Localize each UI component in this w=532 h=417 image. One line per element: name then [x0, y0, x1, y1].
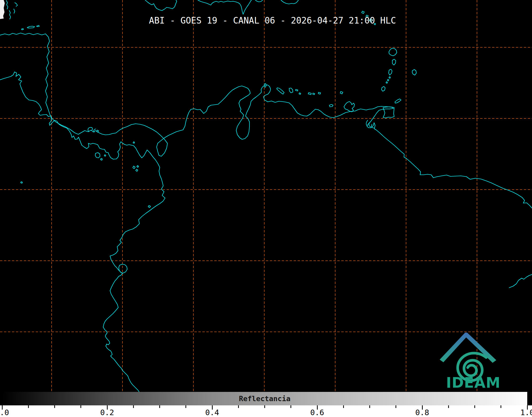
coastline-path [386, 82, 388, 83]
colorbar-minor-tick [395, 405, 396, 408]
colorbar-minor-tick [290, 405, 291, 408]
coastline-path [27, 26, 35, 28]
coastlines [0, 0, 532, 392]
coastline-path [277, 88, 284, 94]
coastline-path [0, 33, 532, 208]
coastline-path [136, 169, 138, 171]
colorbar: Reflectancia [2, 392, 527, 405]
coastline-path [329, 104, 333, 107]
colorbar-tick-label: 0.4 [205, 408, 219, 417]
coastline-path [289, 88, 293, 93]
coastline-path [21, 182, 22, 183]
colorbar-minor-tick [80, 405, 81, 408]
colorbar-minor-tick [238, 405, 239, 408]
coastline-path [318, 92, 321, 94]
coastline-path [299, 93, 301, 94]
coastline-path [198, 0, 252, 14]
coastline-path [101, 158, 102, 160]
coastline-path [313, 93, 315, 95]
cloud-patch [0, 0, 5, 19]
coastline-path [6, 1, 8, 9]
coastline-path [137, 166, 139, 167]
colorbar-tick-label: 0.8 [415, 408, 429, 417]
coastline-path [37, 25, 39, 27]
colorbar-axis: 0.00.20.40.60.81.0 [0, 405, 532, 417]
coastline-path [119, 264, 127, 273]
coastline-path [387, 79, 389, 81]
ideam-logo: IDEAM [440, 333, 501, 391]
colorbar-minor-tick [474, 405, 475, 408]
colorbar-minor-tick [501, 405, 501, 408]
latlon-grid [0, 0, 532, 392]
satellite-image-product: IDEAM ABI - GOES 19 - CANAL 06 - 2026-04… [0, 0, 532, 417]
map-area: IDEAM ABI - GOES 19 - CANAL 06 - 2026-04… [0, 0, 532, 392]
colorbar-tick-label: 1.0 [520, 408, 532, 417]
map-svg: IDEAM [0, 0, 532, 392]
colorbar-minor-tick [54, 405, 55, 408]
coastline-path [281, 0, 298, 4]
coastline-path [389, 48, 397, 56]
coastline-path [133, 166, 135, 169]
coastline-path [14, 9, 15, 13]
logo-roof-icon [440, 333, 496, 363]
coastline-path [509, 274, 532, 288]
colorbar-label: Reflectancia [239, 394, 290, 402]
colorbar-minor-tick [448, 405, 449, 408]
colorbar-minor-tick [369, 405, 370, 408]
colorbar-minor-tick [28, 405, 29, 408]
colorbar-tick-label: 0.0 [0, 408, 9, 417]
coastline-path [369, 122, 371, 127]
coastline-path [0, 72, 165, 392]
coastline-path [344, 102, 354, 112]
coastline-path [392, 59, 396, 65]
colorbar-tick-label: 0.6 [310, 408, 324, 417]
coastline-path [395, 99, 401, 103]
coastline-path [95, 153, 100, 158]
coastline-path [340, 91, 343, 94]
page-title: ABI - GOES 19 - CANAL 06 - 2026-04-27 21… [149, 15, 396, 26]
colorbar-minor-tick [133, 405, 134, 408]
coastline-path [21, 29, 24, 30]
coastline-path [104, 155, 106, 156]
coastline-path [308, 93, 311, 95]
colorbar-tick-label: 0.2 [100, 408, 114, 417]
coastline-path [381, 86, 385, 91]
coastline-path [9, 11, 11, 19]
coastline-path [362, 11, 364, 13]
coastline-path [97, 130, 99, 132]
coastline-path [255, 0, 263, 2]
colorbar-minor-tick [159, 405, 160, 408]
colorbar-minor-tick [185, 405, 186, 408]
coastline-path [145, 0, 177, 11]
logo-wordmark: IDEAM [446, 374, 501, 391]
coastline-path [412, 70, 416, 75]
coastline-path [148, 205, 151, 208]
coastline-path [389, 69, 392, 75]
coastline-path [389, 77, 390, 78]
colorbar-minor-tick [264, 405, 265, 408]
colorbar-minor-tick [343, 405, 344, 408]
coastline-path [15, 3, 17, 6]
coastline-path [133, 142, 135, 143]
coastline-path [295, 89, 298, 91]
